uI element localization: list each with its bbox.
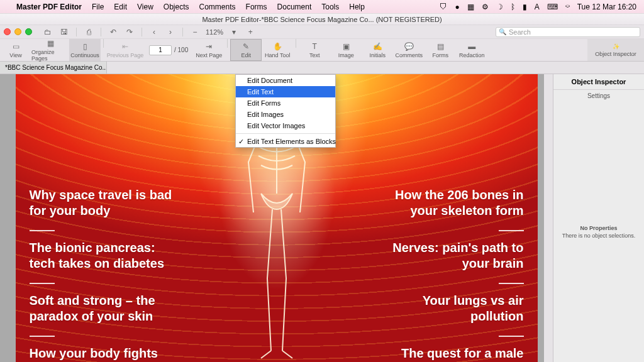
object-inspector-button[interactable]: ✨Object Inspector: [587, 39, 644, 61]
redaction-icon: ▬: [468, 42, 475, 51]
menubar-clock[interactable]: Tue 12 Mar 16:20: [577, 3, 636, 11]
document-tab-strip: *BBC Science Focus Magazine Co...: [0, 62, 644, 74]
dropdown-item-edit-document[interactable]: Edit Document: [236, 75, 335, 86]
zoom-in-icon[interactable]: +: [243, 26, 257, 38]
headline: Nerves: pain's path to your brain: [379, 240, 524, 272]
shield-icon[interactable]: ⛉: [440, 3, 447, 11]
input-source-icon[interactable]: A: [535, 3, 540, 11]
headline: How the 206 bones in your skeleton form: [379, 187, 524, 219]
grid-icon: ▦: [47, 39, 54, 48]
inspector-empty-state: No Properties There is no object selecti…: [553, 102, 644, 362]
forms-icon: ▤: [437, 42, 444, 51]
battery-icon[interactable]: ▮: [523, 3, 527, 11]
dropdown-item-edit-vector-images[interactable]: Edit Vector Images: [236, 120, 335, 131]
initials-tool[interactable]: ✍Initials: [362, 39, 393, 61]
redaction-tool[interactable]: ▬Redaction: [456, 39, 487, 61]
continuous-tool[interactable]: ▯Continuous: [69, 39, 101, 61]
text-tool[interactable]: TText: [299, 39, 330, 61]
minimize-window-button[interactable]: [14, 28, 21, 35]
separator: [103, 39, 104, 48]
document-canvas[interactable]: Why space travel is bad for your body Th…: [0, 74, 553, 362]
vertical-scrollbar[interactable]: [544, 74, 553, 362]
thumbnails-icon: ▭: [13, 42, 19, 51]
view-tool[interactable]: ▭View: [0, 39, 31, 61]
image-tool[interactable]: ▣Image: [330, 39, 362, 61]
hand-icon: ✋: [273, 42, 282, 51]
check-icon: ✓: [238, 138, 244, 146]
organize-pages-tool[interactable]: ▦Organize Pages: [31, 39, 69, 61]
next-page-icon: ⇥: [206, 42, 212, 51]
divider: [499, 336, 524, 337]
separator: [182, 28, 183, 36]
nav-back-icon[interactable]: ‹: [147, 26, 161, 38]
app-name[interactable]: Master PDF Editor: [16, 3, 82, 11]
keyboard-icon[interactable]: ⌨: [547, 3, 558, 11]
headline: How your body fights infection: [30, 346, 174, 362]
headline: The bionic pancreas: tech takes on diabe…: [30, 240, 174, 272]
initials-icon: ✍: [373, 42, 382, 51]
bluetooth-icon[interactable]: ᛒ: [511, 3, 515, 11]
headline-right-group: How the 206 bones in your skeleton form …: [379, 187, 524, 362]
open-icon[interactable]: 🗀: [41, 26, 55, 38]
menu-help[interactable]: Help: [349, 3, 365, 11]
undo-icon[interactable]: ↶: [106, 26, 120, 38]
inspector-subtitle: Settings: [553, 90, 644, 102]
page-number-input[interactable]: [149, 45, 172, 55]
redo-icon[interactable]: ↷: [123, 26, 136, 38]
menubar-tray: ⛉ ● ▦ ⚙ ☽ ᛒ ▮ A ⌨ ⌔ Tue 12 Mar 16:20: [440, 3, 636, 11]
headline: Your lungs vs air pollution: [379, 293, 524, 324]
menu-file[interactable]: File: [92, 3, 104, 11]
headline: Soft and strong – the paradox of your sk…: [30, 293, 174, 324]
save-icon[interactable]: 🖫: [57, 26, 71, 38]
zoom-dropdown-icon[interactable]: ▾: [227, 26, 241, 38]
menu-view[interactable]: View: [137, 3, 153, 11]
hand-tool[interactable]: ✋Hand Tool: [262, 39, 293, 61]
divider: [30, 336, 55, 337]
divider: [30, 230, 55, 231]
menu-comments[interactable]: Comments: [199, 3, 236, 11]
maximize-window-button[interactable]: [25, 28, 32, 35]
dropdown-item-edit-text[interactable]: Edit Text: [236, 86, 335, 97]
print-icon[interactable]: ⎙: [82, 26, 96, 38]
menu-edit[interactable]: Edit: [114, 3, 127, 11]
menu-forms[interactable]: Forms: [246, 3, 267, 11]
forms-tool[interactable]: ▤Forms: [425, 39, 456, 61]
inspector-title: Object Inspector: [553, 74, 644, 90]
window-title: Master PDF Editor-*BBC Science Focus Mag…: [0, 14, 644, 25]
toggles-icon[interactable]: ⚙: [482, 3, 489, 11]
close-window-button[interactable]: [4, 28, 11, 35]
wifi-icon[interactable]: ⌔: [565, 3, 570, 11]
comments-tool[interactable]: 💬Comments: [393, 39, 425, 61]
menu-document[interactable]: Document: [277, 3, 312, 11]
pencil-icon: ✎: [243, 42, 249, 51]
mac-menubar: Master PDF Editor File Edit View Objects…: [0, 0, 644, 14]
mission-control-icon[interactable]: ▦: [467, 3, 474, 11]
quick-toolbar: 🗀 🖫 ⎙ ↶ ↷ ‹ › − 112% ▾ + 🔍 Search: [0, 25, 644, 39]
nav-forward-icon[interactable]: ›: [164, 26, 177, 38]
dropdown-item-edit-blocks-toggle[interactable]: ✓Edit Text Elements as Blocks: [236, 136, 335, 147]
image-icon: ▣: [343, 42, 350, 51]
separator: [296, 39, 296, 48]
zoom-out-icon[interactable]: −: [188, 26, 202, 38]
next-page-tool[interactable]: ⇥Next Page: [193, 39, 225, 61]
continuous-icon: ▯: [83, 42, 87, 51]
document-tab[interactable]: *BBC Science Focus Magazine Co...: [0, 62, 107, 74]
divider: [499, 230, 524, 231]
main-toolbar: ▭View ▦Organize Pages ▯Continuous ⇤Previ…: [0, 39, 644, 62]
inspector-empty-line2: There is no object selections.: [562, 233, 636, 239]
menu-tools[interactable]: Tools: [321, 3, 339, 11]
search-input[interactable]: 🔍 Search: [496, 27, 640, 37]
zoom-level[interactable]: 112%: [206, 28, 223, 36]
text-icon: T: [313, 42, 317, 51]
separator: [142, 28, 142, 36]
record-icon[interactable]: ●: [455, 3, 459, 11]
menu-objects[interactable]: Objects: [164, 3, 189, 11]
workspace: Why space travel is bad for your body Th…: [0, 74, 644, 362]
dropdown-item-edit-images[interactable]: Edit Images: [236, 109, 335, 120]
dropdown-item-edit-forms[interactable]: Edit Forms: [236, 97, 335, 109]
separator: [76, 28, 77, 36]
previous-page-tool[interactable]: ⇤Previous Page: [106, 39, 144, 61]
moon-icon[interactable]: ☽: [496, 3, 503, 11]
edit-tool-dropdown[interactable]: ✎Edit: [230, 39, 262, 61]
window-controls: [4, 28, 32, 35]
